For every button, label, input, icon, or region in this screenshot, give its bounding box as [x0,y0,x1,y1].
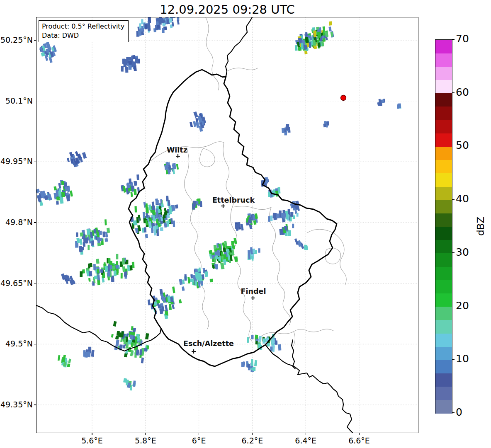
radar-echo-cell [276,213,280,218]
radar-echo-cell [129,57,131,60]
radar-echo-cell [297,213,299,217]
colorbar-band [435,146,452,160]
radar-echo-cell [124,337,126,344]
radar-echo-cell [175,204,178,208]
radar-echo-cell [278,344,282,351]
radar-echo-cell [199,268,201,272]
colorbar-tick [452,359,455,360]
radar-echo-cell [162,28,165,33]
radar-echo-cell [146,220,148,225]
radar-echo-cell [185,274,187,281]
radar-echo-cell [130,334,134,339]
district-border [184,148,209,329]
radar-echo-cell [80,238,83,245]
radar-echo-cell [151,227,154,233]
radar-echo-cell [82,152,87,159]
radar-echo-cell [258,248,260,253]
lon-tick-label: 6.2°E [229,436,275,445]
radar-echo-cell [161,203,164,207]
radar-echo-cell [100,269,103,273]
radar-echo-cell [80,232,84,237]
radar-echo-cell [231,241,234,245]
city-label: Ettelbruck [212,196,255,204]
colorbar-band [435,93,452,107]
plot-title: 12.09.2025 09:28 UTC [36,2,418,17]
radar-echo-cell [254,360,257,366]
radar-echo-cell [93,264,96,270]
colorbar-tick-label: 50 [456,139,469,151]
radar-echo-cell [76,232,78,237]
lon-tick-label: 5.6°E [69,436,115,445]
product-info-line: Data: DWD [42,31,124,40]
city-label: Esch/Alzette [183,339,234,348]
radar-echo-cell [145,234,148,239]
radar-echo-cell [318,42,321,47]
radar-echo-cell [123,187,126,193]
radar-echo-cell [295,45,298,51]
radar-echo-cell [148,204,152,210]
lat-tick-label: 49.65°N [0,278,33,288]
radar-echo-cell [105,219,107,225]
radar-echo-cell [247,364,250,368]
radar-echo-cell [67,158,70,162]
radar-echo-cell [124,271,127,277]
radar-echo-cell [173,169,175,174]
radar-echo-cell [277,187,280,194]
radar-echo-cell [113,321,117,327]
colorbar-band [435,213,452,227]
radar-echo-cell [264,339,266,342]
radar-echo-cell [326,121,329,126]
radar-echo-cell [134,189,136,195]
radar-echo-cell [108,258,111,263]
colorbar-tick-label: 60 [456,86,469,98]
radar-echo-cell [223,247,226,252]
radar-echo-cell [97,237,100,243]
country-border-germany-saar [292,340,295,369]
radar-echo-cell [253,249,255,253]
colorbar-band [435,227,452,240]
radar-echo-cell [89,271,92,276]
radar-echo-cell [79,246,83,252]
city-marker-icon [176,154,180,158]
radar-echo-cell [136,174,139,180]
radar-echo-cell [153,226,156,232]
radar-echo-cell [305,246,308,250]
radar-echo-cell [53,186,57,190]
city-label: Findel [241,287,266,295]
radar-echo-cell [167,296,170,302]
radar-echo-cell [115,339,119,346]
map-canvas: WiltzEttelbruckFindelEsch/Alzette [36,17,418,433]
radar-echo-cell [172,305,175,309]
radar-echo-cell [61,192,65,197]
radar-echo-cell [251,359,253,366]
city-marker-icon [221,204,225,208]
radar-echo-cell [268,192,270,197]
radar-echo-cell [133,61,136,66]
lon-tick-label: 6.6°E [336,436,382,445]
country-border-belgium-germany [226,17,252,76]
colorbar-tick [452,146,455,146]
radar-echo-cell [228,252,231,255]
radar-echo-cell [91,350,95,357]
radar-echo-cell [214,245,216,249]
radar-echo-cell [323,38,326,42]
radar-echo-cell [304,45,307,50]
radar-echo-cell [104,262,106,266]
radar-echo-cell [136,217,139,223]
radar-echo-cell [131,326,134,331]
lat-tick-label: 50.25°N [0,35,33,44]
colorbar-band [435,173,452,187]
colorbar-band [435,53,452,67]
colorbar-band [435,186,452,200]
axis-tick [359,433,359,435]
radar-echo-cell [268,216,270,222]
radar-echo-cell [109,265,112,269]
radar-echo-cell [253,367,256,371]
radar-echo-cell [253,215,255,220]
radar-echo-cell [128,61,132,65]
axis-tick [92,433,92,435]
lon-tick-label: 6.4°E [283,436,328,445]
radar-echo-cell [200,281,203,286]
colorbar-band [435,400,452,414]
radar-echo-cell [94,229,97,234]
